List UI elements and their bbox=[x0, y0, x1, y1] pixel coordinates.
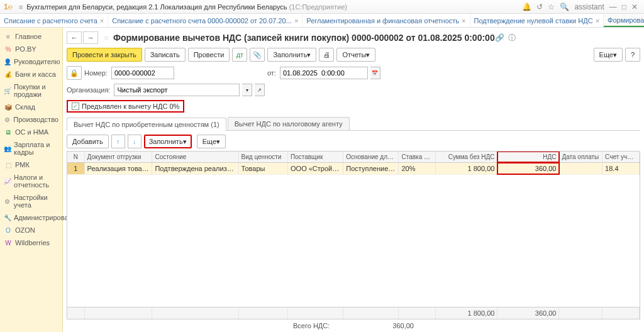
tab-3[interactable]: Подтверждение нулевой ставки НДС× bbox=[470, 14, 604, 27]
star-icon[interactable]: ☆ bbox=[548, 3, 555, 11]
user-label[interactable]: assistant bbox=[574, 3, 604, 11]
sidebar-item-label: Настройки учета bbox=[14, 194, 58, 209]
search-icon[interactable]: 🔍 bbox=[560, 3, 569, 11]
sidebar-item-1[interactable]: %PO.BY bbox=[0, 43, 62, 55]
dropdown-icon[interactable]: ▾ bbox=[242, 84, 252, 96]
save-button[interactable]: Записать bbox=[145, 48, 186, 62]
table-row[interactable]: 1 Реализация товаров и ... Подтверждена … bbox=[67, 163, 640, 175]
help-button[interactable]: ? bbox=[625, 48, 640, 62]
sidebar-item-10[interactable]: 📈Налоги и отчетность bbox=[0, 171, 62, 191]
cell-state: Подтверждена реализация 0% bbox=[152, 163, 238, 174]
tab-0[interactable]: Списание с расчетного счета× bbox=[0, 14, 108, 27]
grid-more-button[interactable]: Еще ▾ bbox=[197, 135, 226, 148]
col-rate[interactable]: Ставка НДС bbox=[399, 152, 436, 162]
col-vat[interactable]: НДС bbox=[497, 152, 559, 162]
sidebar-item-label: Покупки и продажи bbox=[14, 83, 58, 98]
burger-icon[interactable]: ≡ bbox=[19, 3, 23, 11]
more-button[interactable]: Еще ▾ bbox=[594, 48, 623, 62]
sidebar-item-label: ОС и НМА bbox=[15, 128, 48, 136]
sidebar-item-9[interactable]: ⬚РМК bbox=[0, 158, 62, 171]
sidebar-item-5[interactable]: 📦Склад bbox=[0, 101, 62, 113]
grid-body: 1 Реализация товаров и ... Подтверждена … bbox=[67, 163, 640, 307]
sidebar-item-6[interactable]: ⚙Производство bbox=[0, 113, 62, 126]
number-label: Номер: bbox=[84, 69, 108, 77]
total-vat-label: Всего НДС: bbox=[293, 322, 330, 329]
calendar-icon[interactable]: 📅 bbox=[370, 67, 380, 79]
sidebar-item-0[interactable]: ≡Главное bbox=[0, 30, 62, 43]
col-n[interactable]: N bbox=[67, 152, 85, 162]
sidebar-item-label: Банк и касса bbox=[15, 70, 56, 78]
post-button[interactable]: Провести bbox=[188, 48, 230, 62]
col-paydate[interactable]: Дата оплаты bbox=[559, 152, 602, 162]
total-vat-value: 360,00 bbox=[392, 322, 414, 329]
sidebar-item-3[interactable]: 💰Банк и касса bbox=[0, 68, 62, 80]
sidebar-item-7[interactable]: 🖥ОС и НМА bbox=[0, 126, 62, 138]
col-base[interactable]: Основание для вы... bbox=[343, 152, 399, 162]
sidebar-item-2[interactable]: 👤Руководителю bbox=[0, 55, 62, 68]
sidebar-item-13[interactable]: OOZON bbox=[0, 224, 62, 236]
help-icon[interactable]: ⓘ bbox=[508, 33, 516, 43]
cell-vat: 360,00 bbox=[497, 163, 559, 174]
add-button[interactable]: Добавить bbox=[67, 135, 109, 148]
close-icon[interactable]: × bbox=[462, 17, 465, 25]
minimize-icon[interactable]: — bbox=[609, 3, 617, 11]
move-up-icon[interactable]: ↑ bbox=[111, 135, 125, 148]
col-account[interactable]: Счет учета... bbox=[602, 152, 640, 162]
sidebar-item-4[interactable]: 🛒Покупки и продажи bbox=[0, 80, 62, 101]
post-and-close-button[interactable]: Провести и закрыть bbox=[67, 48, 142, 62]
date-input[interactable] bbox=[280, 67, 368, 79]
print-icon[interactable]: 🖨 bbox=[319, 48, 334, 62]
subtab-purchased[interactable]: Вычет НДС по приобретенным ценностям (1) bbox=[67, 118, 226, 131]
sidebar-icon: O bbox=[4, 227, 13, 234]
history-icon[interactable]: ↺ bbox=[536, 3, 543, 11]
fill-menu-button[interactable]: Заполнить ▾ bbox=[267, 48, 316, 62]
sidebar-item-12[interactable]: 🔧Администрирование bbox=[0, 211, 62, 224]
sidebar-icon: W bbox=[4, 240, 13, 246]
sidebar-item-8[interactable]: 👥Зарплата и кадры bbox=[0, 138, 62, 158]
sidebar-icon: 🛒 bbox=[4, 87, 11, 94]
sidebar-icon: ⚙ bbox=[4, 116, 11, 123]
sidebar-item-label: Зарплата и кадры bbox=[14, 141, 58, 156]
dt-kt-icon[interactable]: дт bbox=[232, 48, 247, 62]
close-icon[interactable]: × bbox=[596, 17, 599, 25]
page-title: Формирование вычетов НДС (записей книги … bbox=[113, 33, 495, 43]
col-supplier[interactable]: Поставщик bbox=[288, 152, 343, 162]
open-icon[interactable]: ↗ bbox=[255, 84, 265, 96]
subtab-tax-agent[interactable]: Вычет НДС по налоговому агенту bbox=[228, 117, 350, 130]
close-icon[interactable]: × bbox=[100, 17, 104, 25]
col-doc[interactable]: Документ отгрузки bbox=[85, 152, 153, 162]
tab-1[interactable]: Списание с расчетного счета 0000-000002 … bbox=[108, 14, 303, 27]
attach-icon[interactable]: 📎 bbox=[250, 48, 265, 62]
close-icon[interactable]: ✕ bbox=[631, 3, 638, 11]
col-state[interactable]: Состояние bbox=[152, 152, 238, 162]
vat-grid: N Документ отгрузки Состояние Вид ценнос… bbox=[67, 151, 640, 319]
title-bar: 1℮ ≡ Бухгалтерия для Беларуси, редакция … bbox=[0, 0, 644, 14]
col-sum[interactable]: Сумма без НДС bbox=[436, 152, 497, 162]
bell-icon[interactable]: 🔔 bbox=[522, 3, 531, 11]
link-icon[interactable]: 🔗 bbox=[495, 33, 504, 42]
sidebar-icon: % bbox=[4, 46, 13, 53]
app-title: Бухгалтерия для Беларуси, редакция 2.1 Л… bbox=[26, 3, 287, 11]
sidebar-item-11[interactable]: ⚙Настройки учета bbox=[0, 191, 62, 211]
fill-button[interactable]: Заполнить ▾ bbox=[144, 135, 192, 148]
back-button[interactable]: ← bbox=[67, 31, 82, 44]
lock-icon[interactable]: 🔒 bbox=[67, 66, 82, 80]
forward-button[interactable]: → bbox=[83, 31, 98, 44]
sidebar-item-label: Руководителю bbox=[14, 58, 60, 65]
maximize-icon[interactable]: □ bbox=[622, 3, 626, 11]
favorite-icon[interactable]: ☆ bbox=[103, 34, 109, 42]
from-label: от: bbox=[267, 69, 276, 77]
sidebar-item-14[interactable]: WWildberries bbox=[0, 236, 62, 249]
cell-n: 1 bbox=[67, 163, 85, 174]
col-type[interactable]: Вид ценности bbox=[239, 152, 288, 162]
tab-2[interactable]: Регламентированная и финансовая отчетнос… bbox=[303, 14, 470, 27]
sidebar-icon: ⬚ bbox=[4, 162, 13, 169]
tab-4[interactable]: Формирование вычетов НДС (записей книги … bbox=[604, 14, 644, 27]
number-input[interactable] bbox=[111, 67, 174, 79]
close-icon[interactable]: × bbox=[294, 17, 298, 25]
org-input[interactable] bbox=[114, 84, 240, 96]
checkbox-icon[interactable]: ✓ bbox=[72, 102, 79, 110]
sidebar-icon: 📦 bbox=[4, 104, 13, 111]
move-down-icon[interactable]: ↓ bbox=[128, 135, 142, 148]
reports-button[interactable]: Отчеты ▾ bbox=[336, 48, 375, 62]
